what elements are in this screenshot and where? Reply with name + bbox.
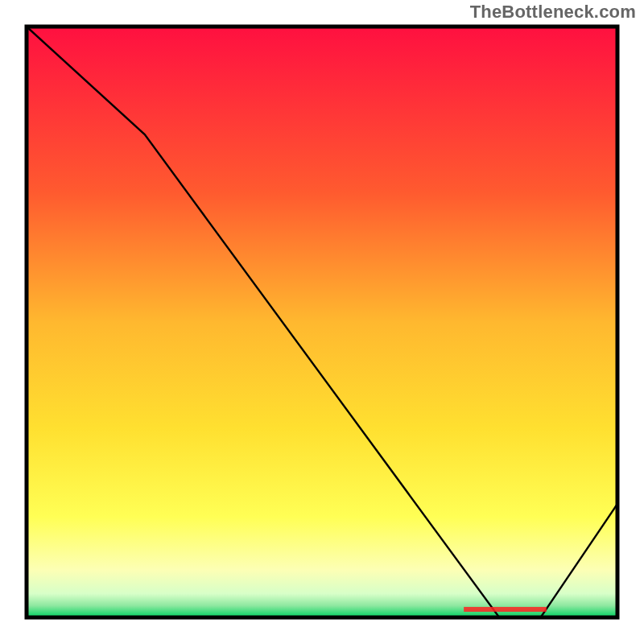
chart-container — [23, 23, 621, 621]
annotation-strip — [464, 607, 547, 612]
page-root: TheBottleneck.com — [0, 0, 644, 644]
chart-svg — [23, 23, 621, 621]
plot-background — [27, 27, 617, 617]
watermark-text: TheBottleneck.com — [470, 2, 636, 23]
